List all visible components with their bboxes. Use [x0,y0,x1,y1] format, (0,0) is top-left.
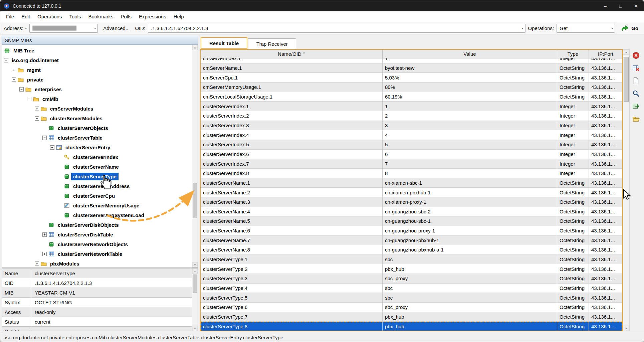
advanced-button[interactable]: Advanced... [100,24,132,32]
tree-node-clusterservernetworktable[interactable]: +clusterServerNetworkTable [2,249,198,259]
result-row-clusterserverindex.8[interactable]: clusterServerIndex.88Integer43.136.1... [201,169,622,178]
toolbar-document-button[interactable] [632,76,640,85]
result-row-clusterservername.4[interactable]: clusterServerName.4cn-guangzhou-sbc-2Oct… [201,207,622,217]
result-row-clusterservertype.1[interactable]: clusterServerType.1sbcOctetString43.136.… [201,255,622,265]
result-row-clusterservername.1[interactable]: clusterServerName.1cn-xiamen-sbc-1OctetS… [201,178,622,188]
tree-node-clusterserveripaddress[interactable]: clusterServerIpAddress [2,181,198,191]
tab-result-table[interactable]: Result Table [201,37,247,49]
tree-node-clusterservername[interactable]: clusterServerName [2,162,198,172]
minus-toggle-icon[interactable]: − [27,97,31,101]
scroll-up-icon[interactable]: ▲ [192,269,198,274]
menu-expressions[interactable]: Expressions [135,12,170,21]
result-row-clusterserverindex.6[interactable]: clusterServerIndex.66Integer43.136.1... [201,150,622,159]
plus-toggle-icon[interactable]: + [42,252,47,256]
result-row-clusterservertype.6[interactable]: clusterServerType.6sbc_proxyOctetString4… [201,303,622,312]
tree-node-clusterservernetworkobjects[interactable]: clusterServerNetworkObjects [2,239,198,249]
result-row-clusterservername.7[interactable]: clusterServerName.7cn-guangzhou-pbxhub-1… [201,235,622,245]
operations-combo[interactable]: Get ▾ [557,24,615,33]
tree-node-clusterserverobjects[interactable]: clusterServerObjects [2,123,198,133]
plus-toggle-icon[interactable]: + [42,232,47,237]
result-row-clusterserverindex.4[interactable]: clusterServerIndex.44Integer43.136.1... [201,130,622,140]
result-row-clusterservername.3[interactable]: clusterServerName.3cn-xiamen-proxy-1Octe… [201,197,622,207]
tree-node-enterprises[interactable]: −enterprises [2,84,198,94]
toolbar-export-button[interactable] [632,102,640,111]
result-row-clusterserverindex.2[interactable]: clusterServerIndex.22Integer43.136.1... [201,111,622,121]
tree-node-clusterserverdisktable[interactable]: +clusterServerDiskTable [2,230,198,239]
address-dropdown-icon[interactable]: ▾ [25,26,27,30]
plus-toggle-icon[interactable]: + [35,262,39,266]
result-row-clusterserverindex.1[interactable]: clusterServerIndex.11Integer43.136.1... [201,102,622,111]
result-row-clusterservertype.3[interactable]: clusterServerType.3sbc_proxyOctetString4… [201,274,622,284]
scroll-down-icon[interactable]: ▼ [623,326,629,331]
result-row-cmservermemoryusage.1[interactable]: cmServerMemoryUsage.180%OctetString43.13… [201,82,622,92]
scrollbar-thumb[interactable] [193,275,197,293]
column-header-ip-port[interactable]: IP:Port [589,50,622,58]
result-table-scrollbar[interactable]: ▲ ▼ [623,49,630,331]
result-row-clusterservername.8[interactable]: clusterServerName.8cn-guangzhou-pbxhub-a… [201,245,622,255]
result-row-cmservername.1[interactable]: cmServerName.1byoi.test-newOctetString43… [201,63,622,73]
tree-scrollbar[interactable]: ▲ ▼ [192,45,198,268]
scroll-down-icon[interactable]: ▼ [192,262,198,268]
result-row-cmservercpu.1[interactable]: cmServerCpu.15.03%OctetString43.136.1... [201,73,622,82]
result-row-cmserverindex.1[interactable]: cmServerIndex.11Integer43.136.1... [201,58,622,63]
tab-trap-receiver[interactable]: Trap Receiver [248,38,296,49]
toolbar-find-button[interactable] [632,89,640,98]
result-row-clusterserverindex.7[interactable]: clusterServerIndex.77Integer43.136.1... [201,159,622,169]
result-row-clusterservertype.7[interactable]: clusterServerType.7pbx_hubOctetString43.… [201,312,622,322]
properties-scrollbar[interactable]: ▲ ▼ [192,269,198,331]
column-header-value[interactable]: Value [383,50,557,58]
tree-node-mgmt[interactable]: +mgmt [2,65,198,75]
tree-node-clusterserverentry[interactable]: −clusterServerEntry [2,143,198,152]
tree-node-clusterserverdiskobjects[interactable]: clusterServerDiskObjects [2,220,198,230]
tree-node-clusterserverindex[interactable]: clusterServerIndex [2,152,198,162]
toolbar-open-folder-button[interactable] [632,115,640,123]
result-row-cmserverlocalstorageusage.1[interactable]: cmServerLocalStorageUsage.160.19%OctetSt… [201,92,622,102]
plus-toggle-icon[interactable]: + [35,107,39,111]
menu-polls[interactable]: Polls [117,12,135,21]
minus-toggle-icon[interactable]: − [4,58,8,62]
tree-node-clusterservertable[interactable]: −clusterServerTable [2,133,198,143]
result-row-clusterservertype.2[interactable]: clusterServerType.2pbx_hubOctetString43.… [201,264,622,274]
result-row-clusterserverindex.5[interactable]: clusterServerIndex.55Integer43.136.1... [201,140,622,150]
scroll-up-icon[interactable]: ▲ [192,45,198,50]
result-row-clusterservertype.8[interactable]: clusterServerType.8pbx_hubOctetString43.… [201,322,622,331]
toolbar-clear-table-button[interactable] [632,64,640,72]
go-button[interactable]: Go [619,24,640,32]
tree-node-cmmib[interactable]: −cmMib [2,94,198,104]
menu-file[interactable]: File [2,12,18,21]
menu-bookmarks[interactable]: Bookmarks [84,12,117,21]
tree-node-clusterservermodules[interactable]: −clusterServerModules [2,114,198,123]
tree-node-private[interactable]: −private [2,75,198,84]
result-row-clusterservertype.5[interactable]: clusterServerType.5sbcOctetString43.136.… [201,293,622,303]
toolbar-stop-button[interactable] [632,51,640,60]
minus-toggle-icon[interactable]: − [12,77,16,82]
menu-help[interactable]: Help [170,12,188,21]
scroll-down-icon[interactable]: ▼ [192,326,198,331]
column-header-name-oid[interactable]: Name/OID▽ [201,50,383,58]
column-header-type[interactable]: Type [557,50,589,58]
result-row-clusterserverindex.3[interactable]: clusterServerIndex.33Integer43.136.1... [201,121,622,131]
result-row-clusterservername.2[interactable]: clusterServerName.2cn-xiamen-pbxhub-1Oct… [201,188,622,197]
minimize-button[interactable]: – [598,0,613,11]
menu-operations[interactable]: Operations [34,12,65,21]
tree-node-cmservermodules[interactable]: +cmServerModules [2,104,198,114]
plus-toggle-icon[interactable]: + [12,68,16,72]
scrollbar-thumb[interactable] [193,183,197,218]
minus-toggle-icon[interactable]: − [35,116,39,121]
minus-toggle-icon[interactable]: − [50,145,54,150]
tree-node-clusterserveravgsystemload[interactable]: clusterServerAvgSystemLoad [2,210,198,220]
address-combo[interactable]: ▾ [29,24,98,33]
menu-edit[interactable]: Edit [18,12,34,21]
result-row-clusterservername.5[interactable]: clusterServerName.5cn-guangzhou-sbc-1Oct… [201,216,622,226]
close-button[interactable]: × [628,0,644,11]
tree-node-mib-tree[interactable]: MIB Tree [2,46,198,55]
tree-node-iso.org.dod.internet[interactable]: −iso.org.dod.internet [2,55,198,65]
scrollbar-thumb[interactable] [624,57,629,102]
result-row-clusterservername.6[interactable]: clusterServerName.6cn-guangzhou-proxy-1O… [201,226,622,236]
maximize-button[interactable]: □ [613,0,628,11]
menu-tools[interactable]: Tools [65,12,84,21]
tree-node-pbxmodules[interactable]: +pbxModules [2,259,198,268]
tree-node-clusterservermemoryusage[interactable]: clusterServerMemoryUsage [2,201,198,210]
minus-toggle-icon[interactable]: − [42,136,47,140]
result-row-clusterservertype.4[interactable]: clusterServerType.4sbcOctetString43.136.… [201,284,622,293]
